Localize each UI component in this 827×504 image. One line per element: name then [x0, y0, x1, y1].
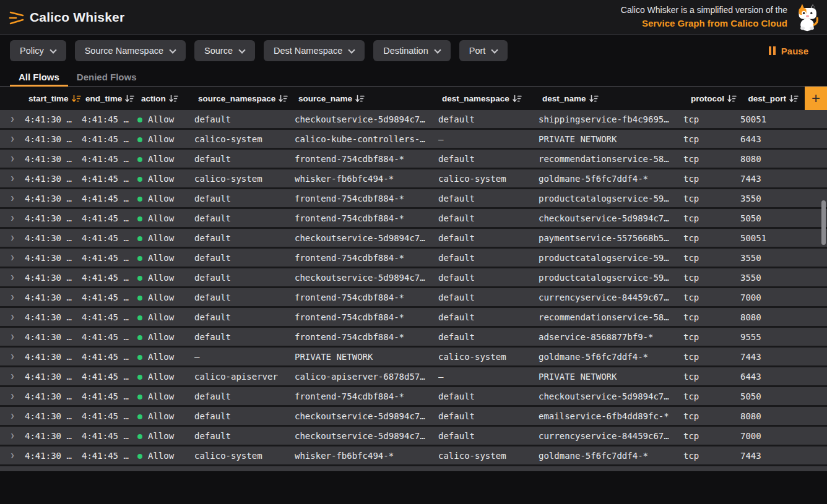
cell-dest-port: 8080 [740, 411, 802, 421]
row-expand-chevron-icon[interactable]: ❯ [0, 155, 25, 163]
row-expand-chevron-icon[interactable]: ❯ [0, 372, 25, 380]
add-column-button[interactable]: + [805, 87, 827, 110]
filter-label: Destination [383, 46, 428, 56]
cell-start-time: 4:41:30 … [25, 233, 82, 243]
pause-icon [769, 46, 776, 55]
column-header-action[interactable]: action [137, 94, 194, 103]
column-header-end-time[interactable]: end_time [82, 94, 137, 103]
column-header-start-time[interactable]: start_time [25, 94, 82, 103]
filter-destination-button[interactable]: Destination [373, 40, 451, 61]
vertical-scrollbar-thumb[interactable] [821, 200, 826, 245]
cell-dest-name: productcatalogservice-59… [539, 194, 683, 203]
table-row[interactable]: ❯4:41:30 …4:41:45 …Allowdefaultcheckouts… [0, 229, 827, 249]
cell-dest-name: currencyservice-84459c67… [539, 293, 683, 302]
table-row[interactable]: ❯4:41:30 …4:41:45 …Allowcalico-systemwhi… [0, 446, 827, 466]
column-header-dest-name[interactable]: dest_name [539, 94, 683, 103]
cell-dest-name: checkoutservice-5d9894c7… [539, 391, 683, 401]
filter-dest-namespace-button[interactable]: Dest Namespace [264, 40, 365, 61]
row-expand-chevron-icon[interactable]: ❯ [0, 214, 25, 222]
cell-protocol: tcp [683, 154, 740, 164]
cell-action: Allow [137, 233, 194, 243]
chevron-down-icon [349, 46, 355, 53]
row-expand-chevron-icon[interactable]: ❯ [0, 352, 25, 361]
table-row[interactable]: ❯4:41:30 …4:41:45 …Allowdefaultcheckouts… [0, 268, 827, 288]
row-expand-chevron-icon[interactable]: ❯ [0, 174, 25, 182]
cell-end-time: 4:41:45 … [82, 293, 137, 302]
column-header-source-name[interactable]: source_name [295, 94, 438, 103]
chevron-down-icon [491, 46, 498, 53]
row-expand-chevron-icon[interactable]: ❯ [0, 234, 25, 242]
cell-dest-name: adservice-8568877bf9-* [539, 332, 683, 342]
cell-protocol: tcp [683, 451, 740, 461]
filter-policy-button[interactable]: Policy [10, 40, 66, 61]
row-expand-chevron-icon[interactable]: ❯ [0, 194, 25, 202]
table-row[interactable]: ❯4:41:30 …4:41:45 …Allowcalico-systemwhi… [0, 169, 827, 189]
row-expand-chevron-icon[interactable]: ❯ [0, 135, 25, 143]
row-expand-chevron-icon[interactable]: ❯ [0, 333, 25, 341]
table-row[interactable]: ❯4:41:30 …4:41:45 …Allowdefaultfrontend-… [0, 328, 827, 348]
table-row[interactable]: ❯4:41:30 …4:41:45 …Allowcalico-apiserver… [0, 367, 827, 387]
cell-dest-namespace: default [438, 253, 539, 263]
table-row[interactable]: ❯4:41:30 …4:41:45 …Allow–PRIVATE NETWORK… [0, 348, 827, 367]
tab-all-flows[interactable]: All Flows [10, 67, 68, 86]
column-header-dest-port[interactable]: dest_port [740, 94, 802, 103]
cell-dest-namespace: calico-system [438, 451, 539, 461]
row-expand-chevron-icon[interactable]: ❯ [0, 293, 25, 301]
table-row[interactable]: ❯4:41:30 …4:41:45 …Allowdefaultfrontend-… [0, 387, 827, 407]
row-expand-chevron-icon[interactable]: ❯ [0, 313, 25, 321]
service-graph-link[interactable]: Service Graph from Calico Cloud [621, 17, 787, 31]
table-row[interactable]: ❯4:41:30 …4:41:45 …Allowdefaultcheckouts… [0, 110, 827, 130]
table-row[interactable]: ❯4:41:30 …4:41:45 …Allowdefaultfrontend-… [0, 249, 827, 268]
plus-icon: + [812, 91, 820, 106]
allow-status-dot [137, 197, 142, 202]
cell-source-name: checkoutservice-5d9894c7… [295, 233, 438, 243]
table-row[interactable]: ❯4:41:30 …4:41:45 …Allowdefaultcheckouts… [0, 427, 827, 446]
cell-dest-port: 6443 [740, 372, 802, 382]
table-row[interactable]: ❯4:41:30 …4:41:45 …Allowdefaultcheckouts… [0, 407, 827, 427]
tab-denied-flows[interactable]: Denied Flows [68, 67, 145, 86]
table-row[interactable]: ❯4:41:30 …4:41:45 …Allowdefaultfrontend-… [0, 308, 827, 328]
cell-end-time: 4:41:45 … [82, 312, 137, 322]
column-header-protocol[interactable]: protocol [683, 94, 740, 103]
cell-end-time: 4:41:45 … [82, 253, 137, 263]
table-row[interactable]: ❯4:41:30 …4:41:45 …Allowdefaultfrontend-… [0, 209, 827, 229]
cell-end-time: 4:41:45 … [82, 194, 137, 203]
cell-start-time: 4:41:30 … [25, 451, 82, 461]
row-expand-chevron-icon[interactable]: ❯ [0, 451, 25, 459]
cell-source-namespace: default [194, 273, 295, 283]
cell-start-time: 4:41:30 … [25, 372, 82, 382]
table-row[interactable]: ❯4:41:30 …4:41:45 …Allowdefaultfrontend-… [0, 288, 827, 308]
cell-dest-port: 8080 [740, 154, 802, 164]
cat-mascot-image [794, 3, 821, 32]
cell-start-time: 4:41:30 … [25, 253, 82, 263]
cell-source-namespace: calico-apiserver [194, 372, 295, 382]
column-header-dest-namespace[interactable]: dest_namespace [438, 94, 539, 103]
column-header-source-namespace[interactable]: source_namespace [194, 94, 295, 103]
row-expand-chevron-icon[interactable]: ❯ [0, 273, 25, 281]
cell-dest-name: productcatalogservice-59… [539, 253, 683, 263]
filter-source-namespace-button[interactable]: Source Namespace [75, 40, 186, 61]
filter-port-button[interactable]: Port [459, 40, 508, 61]
row-expand-chevron-icon[interactable]: ❯ [0, 412, 25, 420]
filter-source-button[interactable]: Source [194, 40, 255, 61]
allow-status-dot [137, 414, 142, 419]
table-row[interactable]: ❯4:41:30 …4:41:45 …Allowcalico-systemcal… [0, 130, 827, 150]
row-expand-chevron-icon[interactable]: ❯ [0, 254, 25, 262]
row-expand-chevron-icon[interactable]: ❯ [0, 115, 25, 123]
sort-icon [789, 95, 799, 103]
cell-dest-name: checkoutservice-5d9894c7… [539, 213, 683, 223]
column-label: end_time [85, 94, 122, 103]
cell-end-time: 4:41:45 … [82, 372, 137, 382]
cell-source-name: frontend-754cdbf884-* [295, 194, 438, 203]
row-expand-chevron-icon[interactable]: ❯ [0, 432, 25, 440]
table-row[interactable]: ❯4:41:30 …4:41:45 …Allowdefaultfrontend-… [0, 189, 827, 209]
pause-button[interactable]: Pause [769, 46, 817, 56]
tab-all-flows-label: All Flows [19, 72, 59, 82]
cell-end-time: 4:41:45 … [82, 213, 137, 223]
table-row[interactable]: ❯4:41:30 …4:41:45 …Allowdefaultfrontend-… [0, 150, 827, 169]
row-expand-chevron-icon[interactable]: ❯ [0, 392, 25, 400]
table-row-partial [0, 466, 827, 471]
cell-source-name: PRIVATE NETWORK [295, 352, 438, 362]
cell-dest-port: 8080 [740, 312, 802, 322]
cell-protocol: tcp [683, 134, 740, 144]
